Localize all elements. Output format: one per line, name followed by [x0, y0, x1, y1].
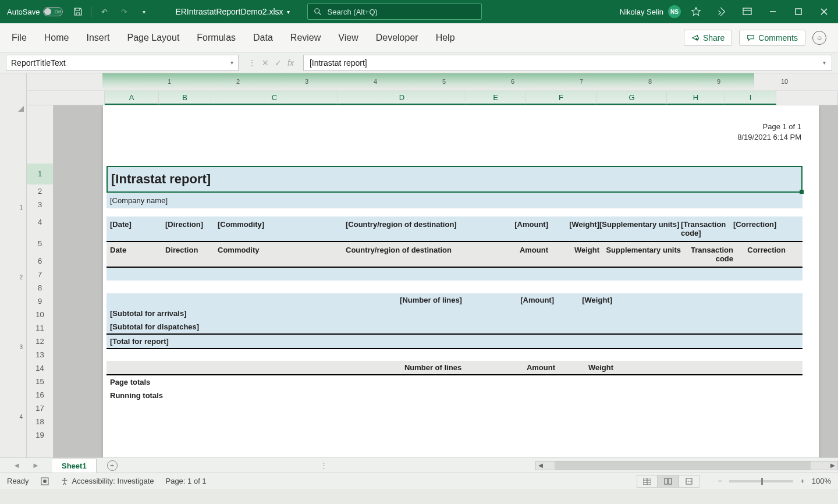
row-4[interactable]: 4	[27, 211, 53, 233]
row-8[interactable]: 8	[27, 281, 53, 294]
tab-file[interactable]: File	[12, 33, 27, 43]
row-16[interactable]: 16	[27, 388, 53, 402]
sheet-tab-sheet1[interactable]: Sheet1	[52, 459, 97, 473]
row-7[interactable]: 7	[27, 268, 53, 281]
svg-rect-2	[743, 8, 751, 15]
fill-handle[interactable]	[800, 190, 804, 194]
tab-help[interactable]: Help	[436, 33, 455, 43]
view-page-break-icon[interactable]	[679, 475, 699, 488]
formula-input[interactable]: [Intrastat report] ▾	[303, 55, 832, 71]
macro-record-icon[interactable]	[41, 477, 49, 485]
horizontal-scrollbar[interactable]: ◄ ►	[535, 461, 838, 470]
row-17[interactable]: 17	[27, 402, 53, 415]
undo-icon[interactable]: ↶	[96, 3, 112, 20]
share-button[interactable]: Share	[684, 30, 732, 46]
view-normal-icon[interactable]	[637, 475, 658, 488]
maximize-button[interactable]	[788, 1, 809, 22]
coming-soon-icon[interactable]	[711, 1, 732, 22]
scroll-left-icon[interactable]: ◄	[536, 461, 545, 470]
total-for-report[interactable]: [Total for report]	[106, 335, 803, 349]
tab-review[interactable]: Review	[290, 33, 321, 43]
scroll-thumb[interactable]	[555, 462, 811, 470]
row-15[interactable]: 15	[27, 375, 53, 388]
running-totals-row[interactable]: Running totals	[106, 389, 803, 402]
tab-page-layout[interactable]: Page Layout	[127, 33, 179, 43]
band-7[interactable]	[106, 281, 803, 293]
dots-icon: ⋮	[248, 58, 256, 68]
row-5[interactable]: 5	[27, 233, 53, 254]
tab-insert[interactable]: Insert	[86, 33, 109, 43]
row-3[interactable]: 3	[27, 198, 53, 211]
save-icon[interactable]	[70, 3, 86, 20]
feedback-icon[interactable]: ☺	[812, 31, 826, 45]
band-6[interactable]	[106, 268, 803, 281]
search-box[interactable]: Search (Alt+Q)	[307, 3, 482, 20]
row-12[interactable]: 12	[27, 335, 53, 348]
grid[interactable]: Page 1 of 1 8/19/2021 6:14 PM [Intrastat…	[54, 105, 838, 457]
accessibility-status[interactable]: Accessibility: Investigate	[61, 477, 154, 485]
zoom-out-button[interactable]: −	[718, 477, 723, 485]
ribbon-display-icon[interactable]	[737, 1, 758, 22]
view-page-layout-icon[interactable]	[658, 475, 679, 488]
cancel-icon[interactable]: ✕	[262, 58, 269, 68]
row-19[interactable]: 19	[27, 428, 53, 442]
subtotal-arrivals[interactable]: [Subtotal for arrivals]	[106, 307, 803, 320]
page-totals-row[interactable]: Page totals	[106, 375, 803, 389]
tab-split-handle[interactable]: ⋮	[320, 461, 328, 470]
close-button[interactable]	[814, 1, 835, 22]
title-bar: AutoSave Off ↶ ↷ ▾ ERIntrastatReportDemo…	[0, 0, 838, 23]
row-6[interactable]: 6	[27, 254, 53, 268]
row-2[interactable]: 2	[27, 184, 53, 198]
filename-dropdown-icon: ▾	[287, 9, 290, 15]
fx-icon[interactable]: fx	[287, 58, 294, 68]
name-box-dropdown-icon[interactable]: ▾	[230, 59, 233, 66]
col-f[interactable]: F	[525, 91, 597, 105]
report-title-cell[interactable]: [Intrastat report]	[106, 166, 803, 193]
col-b[interactable]: B	[159, 91, 211, 105]
row-1[interactable]: 1	[27, 164, 53, 184]
tab-view[interactable]: View	[338, 33, 358, 43]
col-d[interactable]: D	[338, 91, 466, 105]
zoom-slider[interactable]	[729, 480, 793, 482]
tab-home[interactable]: Home	[44, 33, 69, 43]
row-11[interactable]: 11	[27, 321, 53, 335]
sheet-nav-prev-icon[interactable]: ◄	[13, 461, 20, 470]
col-h[interactable]: H	[667, 91, 725, 105]
tab-formulas[interactable]: Formulas	[197, 33, 236, 43]
filename-group[interactable]: ERIntrastatReportDemo2.xlsx ▾	[175, 7, 289, 16]
scroll-right-icon[interactable]: ►	[828, 461, 837, 470]
company-cell[interactable]: [Company name]	[106, 193, 803, 208]
comments-button[interactable]: Comments	[739, 30, 805, 46]
name-box[interactable]: ReportTitleText ▾	[6, 55, 239, 71]
col-e[interactable]: E	[466, 91, 525, 105]
add-sheet-button[interactable]: +	[107, 460, 118, 471]
col-g[interactable]: G	[597, 91, 667, 105]
select-all-corner[interactable]	[0, 73, 27, 114]
header-placeholder-row: [Date] [Direction] [Commodity] [Country/…	[106, 216, 803, 242]
qat-dropdown-icon[interactable]: ▾	[136, 3, 152, 20]
sheet-nav-next-icon[interactable]: ►	[32, 461, 40, 470]
col-a[interactable]: A	[105, 91, 159, 105]
col-c[interactable]: C	[211, 91, 338, 105]
zoom-in-button[interactable]: +	[800, 477, 805, 485]
user-account[interactable]: Nikolay Selin NS	[620, 5, 681, 18]
zoom-level[interactable]: 100%	[812, 477, 831, 485]
col-i[interactable]: I	[725, 91, 776, 105]
subtotal-dispatches[interactable]: [Subtotal for dispatches]	[106, 320, 803, 335]
row-10[interactable]: 10	[27, 308, 53, 321]
minimize-button[interactable]	[762, 1, 783, 22]
premium-icon[interactable]	[686, 1, 706, 22]
row-9[interactable]: 9	[27, 294, 53, 308]
user-name: Nikolay Selin	[620, 8, 663, 16]
enter-icon[interactable]: ✓	[275, 58, 282, 68]
tab-data[interactable]: Data	[253, 33, 273, 43]
redo-icon[interactable]: ↷	[116, 3, 132, 20]
tab-developer[interactable]: Developer	[376, 33, 418, 43]
formula-expand-icon[interactable]: ▾	[823, 59, 826, 66]
svg-line-1	[318, 13, 321, 15]
row-14[interactable]: 14	[27, 361, 53, 375]
row-18[interactable]: 18	[27, 415, 53, 428]
accessibility-icon	[61, 477, 69, 485]
row-13[interactable]: 13	[27, 348, 53, 361]
autosave-toggle[interactable]: Off	[43, 7, 63, 16]
